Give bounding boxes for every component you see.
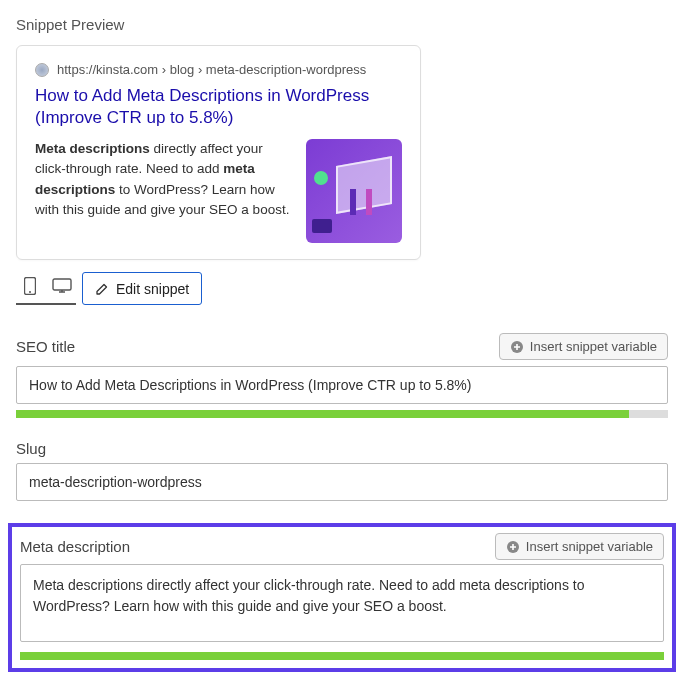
slug-field-block: Slug (16, 440, 668, 501)
svg-point-1 (29, 291, 31, 293)
meta-description-highlight: Meta description Insert snippet variable (8, 523, 676, 672)
edit-snippet-label: Edit snippet (116, 281, 189, 297)
preview-url: https://kinsta.com › blog › meta-descrip… (57, 62, 366, 77)
slug-label: Slug (16, 440, 46, 457)
device-toggle (16, 272, 76, 305)
insert-variable-button-seo-title[interactable]: Insert snippet variable (499, 333, 668, 360)
mobile-icon (24, 277, 36, 295)
meta-description-textarea[interactable] (20, 564, 664, 642)
preview-description: Meta descriptions directly affect your c… (35, 139, 292, 220)
edit-snippet-button[interactable]: Edit snippet (82, 272, 202, 305)
snippet-preview-heading: Snippet Preview (16, 16, 668, 33)
seo-title-progress (16, 410, 668, 418)
plus-circle-icon (510, 340, 524, 354)
insert-variable-button-meta-description[interactable]: Insert snippet variable (495, 533, 664, 560)
mobile-preview-button[interactable] (16, 272, 44, 300)
desktop-icon (52, 278, 72, 294)
meta-description-field-block: Meta description Insert snippet variable (20, 533, 664, 660)
plus-circle-icon (506, 540, 520, 554)
preview-title: How to Add Meta Descriptions in WordPres… (35, 85, 402, 129)
meta-description-progress (20, 652, 664, 660)
favicon-icon (35, 63, 49, 77)
slug-input[interactable] (16, 463, 668, 501)
pencil-icon (95, 282, 109, 296)
meta-description-label: Meta description (20, 538, 130, 555)
preview-thumbnail (306, 139, 402, 243)
seo-title-input[interactable] (16, 366, 668, 404)
seo-title-field-block: SEO title Insert snippet variable (16, 333, 668, 418)
svg-rect-2 (53, 279, 71, 290)
seo-title-label: SEO title (16, 338, 75, 355)
desktop-preview-button[interactable] (48, 272, 76, 300)
snippet-preview-card: https://kinsta.com › blog › meta-descrip… (16, 45, 421, 260)
